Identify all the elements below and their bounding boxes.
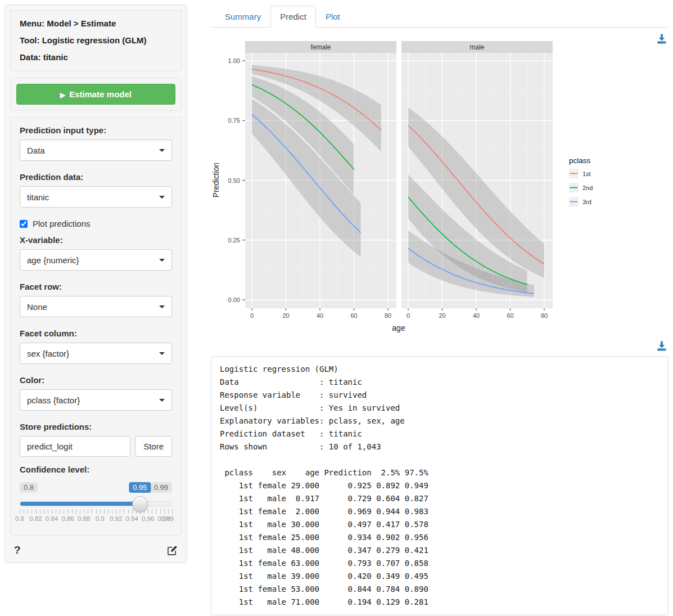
slider-grid: 0.80.820.840.860.880.90.920.940.960.980.… <box>20 509 172 527</box>
svg-text:60: 60 <box>507 312 513 319</box>
facet-column-label: Facet column: <box>20 329 172 338</box>
color-select[interactable]: pclass {factor} <box>20 389 172 411</box>
color-label: Color: <box>20 375 172 385</box>
svg-text:0.50: 0.50 <box>228 177 240 184</box>
svg-text:female: female <box>310 43 331 51</box>
confidence-level-label: Confidence level: <box>20 465 172 474</box>
facet-row-select[interactable]: None <box>20 296 172 317</box>
chevron-down-icon <box>159 352 165 355</box>
store-button[interactable]: Store <box>135 436 172 457</box>
facet-row-label: Facet row: <box>20 282 172 291</box>
estimate-panel: ▶Estimate model <box>10 78 182 111</box>
edit-report-icon[interactable] <box>167 545 178 556</box>
svg-text:0.00: 0.00 <box>228 296 240 303</box>
chevron-down-icon <box>159 259 165 262</box>
svg-text:80: 80 <box>541 312 548 319</box>
prediction-plot: female020406080male0204060800.000.250.50… <box>211 32 669 340</box>
chevron-down-icon <box>159 196 165 199</box>
tool-name: Tool: Logistic regression (GLM) <box>20 35 172 45</box>
slider-value-label: 0.95 <box>129 482 151 493</box>
svg-text:male: male <box>469 43 484 51</box>
confidence-slider[interactable]: 0.8 0.99 0.95 0.80.820.840.860.880.90.92… <box>20 482 172 527</box>
download-data-icon[interactable] <box>656 340 667 352</box>
app: Menu: Model > Estimate Tool: Logistic re… <box>0 0 673 616</box>
slider-min-label: 0.8 <box>20 482 38 493</box>
sidebar-footer: ? <box>10 542 182 557</box>
prediction-output-text: Logistic regression (GLM) Data : titanic… <box>220 363 660 609</box>
chevron-down-icon <box>159 399 165 402</box>
play-icon: ▶ <box>60 91 65 99</box>
svg-text:40: 40 <box>473 312 480 319</box>
sidebar: Menu: Model > Estimate Tool: Logistic re… <box>4 5 187 563</box>
store-predictions-input[interactable] <box>20 436 130 457</box>
svg-text:20: 20 <box>282 312 289 319</box>
color-value: pclass {factor} <box>27 395 80 405</box>
svg-text:pclass: pclass <box>569 156 591 165</box>
estimate-model-button[interactable]: ▶Estimate model <box>16 84 175 105</box>
estimate-model-label: Estimate model <box>69 89 132 99</box>
prediction-output: Logistic regression (GLM) Data : titanic… <box>211 356 669 615</box>
model-info-panel: Menu: Model > Estimate Tool: Logistic re… <box>10 10 182 71</box>
prediction-input-type-value: Data <box>27 146 45 155</box>
svg-text:0.75: 0.75 <box>228 117 240 124</box>
svg-text:0.25: 0.25 <box>228 237 240 244</box>
chevron-down-icon <box>159 149 165 152</box>
download-row <box>211 340 669 353</box>
svg-text:Prediction: Prediction <box>211 163 220 197</box>
svg-text:20: 20 <box>439 312 445 319</box>
prediction-data-label: Prediction data: <box>20 172 172 182</box>
store-predictions-label: Store predictions: <box>20 422 172 431</box>
svg-text:2nd: 2nd <box>582 185 593 191</box>
svg-text:0: 0 <box>250 312 254 319</box>
prediction-input-type-select[interactable]: Data <box>20 140 172 161</box>
svg-text:80: 80 <box>385 312 391 319</box>
slider-handle[interactable] <box>132 496 148 512</box>
prediction-data-value: titanic <box>27 192 49 202</box>
x-variable-label: X-variable: <box>20 235 172 245</box>
plot-predictions-label[interactable]: Plot predictions <box>33 219 91 228</box>
svg-text:1.00: 1.00 <box>228 57 240 64</box>
prediction-data-select[interactable]: titanic <box>20 186 172 208</box>
chevron-down-icon <box>159 305 165 308</box>
plot-predictions-checkbox[interactable] <box>20 220 28 228</box>
help-icon[interactable]: ? <box>14 544 21 556</box>
prediction-input-type-label: Prediction input type: <box>20 125 172 135</box>
tabbar: Summary Predict Plot <box>211 6 669 28</box>
predict-settings-panel: Prediction input type: Data Prediction d… <box>10 117 182 536</box>
facet-row-value: None <box>27 302 47 312</box>
tab-predict[interactable]: Predict <box>270 6 316 28</box>
tab-summary[interactable]: Summary <box>215 6 270 28</box>
svg-text:0: 0 <box>406 312 410 319</box>
slider-track[interactable] <box>20 501 172 506</box>
facet-column-value: sex {factor} <box>27 349 69 358</box>
menu-path: Menu: Model > Estimate <box>20 19 172 28</box>
prediction-plot-svg: female020406080male0204060800.000.250.50… <box>211 32 669 339</box>
svg-text:age: age <box>392 323 405 332</box>
main-panel: Summary Predict Plot female020406080male… <box>211 5 669 615</box>
svg-text:60: 60 <box>350 312 357 319</box>
download-plot-icon[interactable] <box>656 33 667 44</box>
facet-column-select[interactable]: sex {factor} <box>20 343 172 364</box>
data-name-line: Data: titanic <box>20 52 172 62</box>
svg-text:3rd: 3rd <box>582 199 591 205</box>
svg-text:1st: 1st <box>582 170 591 177</box>
slider-max-label: 0.99 <box>150 482 172 493</box>
x-variable-value: age {numeric} <box>27 255 79 265</box>
x-variable-select[interactable]: age {numeric} <box>20 249 172 271</box>
tab-plot[interactable]: Plot <box>316 6 350 28</box>
svg-text:40: 40 <box>317 312 323 319</box>
